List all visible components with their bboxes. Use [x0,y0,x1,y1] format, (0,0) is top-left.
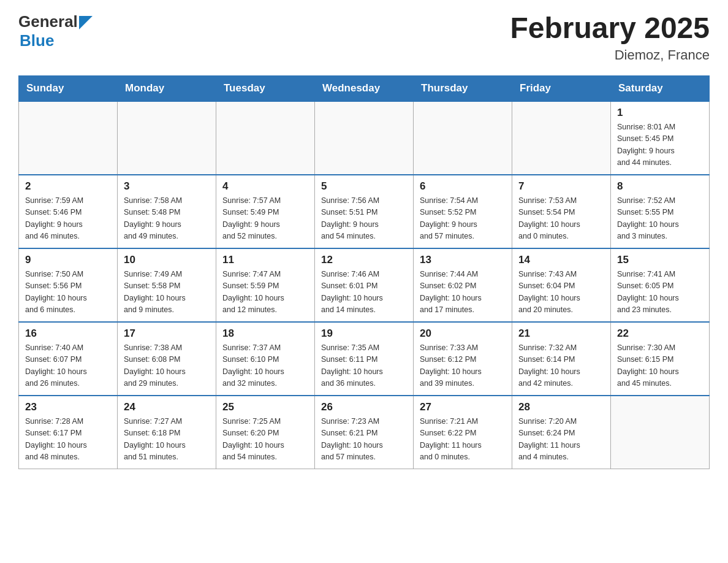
calendar-cell: 13Sunrise: 7:44 AMSunset: 6:02 PMDayligh… [414,248,512,322]
day-number: 19 [321,327,407,340]
day-info: Sunrise: 7:57 AMSunset: 5:49 PMDaylight:… [222,195,308,243]
day-number: 13 [420,254,506,266]
calendar-cell: 25Sunrise: 7:25 AMSunset: 6:20 PMDayligh… [216,396,315,469]
day-info: Sunrise: 7:20 AMSunset: 6:24 PMDaylight:… [518,416,604,464]
day-info: Sunrise: 7:41 AMSunset: 6:05 PMDaylight:… [617,269,703,316]
day-header-sunday: Sunday [19,75,118,101]
calendar-cell: 23Sunrise: 7:28 AMSunset: 6:17 PMDayligh… [19,396,118,469]
day-number: 5 [321,180,407,193]
calendar-cell: 5Sunrise: 7:56 AMSunset: 5:51 PMDaylight… [315,175,414,248]
day-number: 11 [222,254,308,266]
calendar-cell: 7Sunrise: 7:53 AMSunset: 5:54 PMDaylight… [512,175,611,248]
day-number: 21 [518,327,604,340]
day-number: 14 [518,254,604,266]
calendar-cell: 4Sunrise: 7:57 AMSunset: 5:49 PMDaylight… [216,175,315,248]
day-number: 7 [518,180,604,193]
calendar-cell: 14Sunrise: 7:43 AMSunset: 6:04 PMDayligh… [512,248,611,322]
calendar-cell: 27Sunrise: 7:21 AMSunset: 6:22 PMDayligh… [414,396,512,469]
calendar-cell [512,101,611,175]
day-info: Sunrise: 7:56 AMSunset: 5:51 PMDaylight:… [321,195,407,243]
calendar-cell: 1Sunrise: 8:01 AMSunset: 5:45 PMDaylight… [611,101,710,175]
calendar-cell: 24Sunrise: 7:27 AMSunset: 6:18 PMDayligh… [118,396,216,469]
calendar-cell: 15Sunrise: 7:41 AMSunset: 6:05 PMDayligh… [611,248,710,322]
day-number: 24 [124,401,210,413]
week-row-4: 16Sunrise: 7:40 AMSunset: 6:07 PMDayligh… [19,322,710,396]
calendar-cell: 3Sunrise: 7:58 AMSunset: 5:48 PMDaylight… [118,175,216,248]
day-info: Sunrise: 7:53 AMSunset: 5:54 PMDaylight:… [518,195,604,243]
day-info: Sunrise: 7:43 AMSunset: 6:04 PMDaylight:… [518,269,604,316]
day-number: 22 [617,327,703,340]
calendar-cell: 19Sunrise: 7:35 AMSunset: 6:11 PMDayligh… [315,322,414,396]
day-number: 18 [222,327,308,340]
calendar-cell: 8Sunrise: 7:52 AMSunset: 5:55 PMDaylight… [611,175,710,248]
calendar-cell: 20Sunrise: 7:33 AMSunset: 6:12 PMDayligh… [414,322,512,396]
day-number: 17 [124,327,210,340]
day-info: Sunrise: 7:38 AMSunset: 6:08 PMDaylight:… [124,342,210,390]
day-info: Sunrise: 7:49 AMSunset: 5:58 PMDaylight:… [124,269,210,316]
week-row-1: 1Sunrise: 8:01 AMSunset: 5:45 PMDaylight… [19,101,710,175]
calendar-table: SundayMondayTuesdayWednesdayThursdayFrid… [18,75,710,470]
calendar-cell: 18Sunrise: 7:37 AMSunset: 6:10 PMDayligh… [216,322,315,396]
day-info: Sunrise: 7:32 AMSunset: 6:14 PMDaylight:… [518,342,604,390]
calendar-cell: 10Sunrise: 7:49 AMSunset: 5:58 PMDayligh… [118,248,216,322]
calendar-cell [118,101,216,175]
svg-marker-0 [79,16,93,29]
title-section: February 2025 Diemoz, France [510,12,710,63]
day-number: 23 [25,401,111,413]
logo: General Blue [18,12,93,50]
day-info: Sunrise: 7:44 AMSunset: 6:02 PMDaylight:… [420,269,506,316]
day-number: 2 [25,180,111,193]
day-number: 1 [617,107,703,119]
calendar-cell: 26Sunrise: 7:23 AMSunset: 6:21 PMDayligh… [315,396,414,469]
calendar-cell [216,101,315,175]
day-number: 10 [124,254,210,266]
day-info: Sunrise: 7:28 AMSunset: 6:17 PMDaylight:… [25,416,111,464]
logo-general: General [18,12,78,31]
day-info: Sunrise: 7:52 AMSunset: 5:55 PMDaylight:… [617,195,703,243]
day-info: Sunrise: 7:33 AMSunset: 6:12 PMDaylight:… [420,342,506,390]
calendar-cell: 22Sunrise: 7:30 AMSunset: 6:15 PMDayligh… [611,322,710,396]
logo-blue: Blue [20,31,54,50]
day-number: 20 [420,327,506,340]
calendar-cell: 21Sunrise: 7:32 AMSunset: 6:14 PMDayligh… [512,322,611,396]
calendar-cell: 6Sunrise: 7:54 AMSunset: 5:52 PMDaylight… [414,175,512,248]
day-info: Sunrise: 7:23 AMSunset: 6:21 PMDaylight:… [321,416,407,464]
day-number: 25 [222,401,308,413]
calendar-cell: 16Sunrise: 7:40 AMSunset: 6:07 PMDayligh… [19,322,118,396]
day-header-thursday: Thursday [414,75,512,101]
page-header: General Blue February 2025 Diemoz, Franc… [18,12,710,63]
day-header-friday: Friday [512,75,611,101]
week-row-2: 2Sunrise: 7:59 AMSunset: 5:46 PMDaylight… [19,175,710,248]
calendar-cell: 9Sunrise: 7:50 AMSunset: 5:56 PMDaylight… [19,248,118,322]
day-info: Sunrise: 7:50 AMSunset: 5:56 PMDaylight:… [25,269,111,316]
day-info: Sunrise: 7:35 AMSunset: 6:11 PMDaylight:… [321,342,407,390]
calendar-header-row: SundayMondayTuesdayWednesdayThursdayFrid… [19,75,710,101]
calendar-cell: 2Sunrise: 7:59 AMSunset: 5:46 PMDaylight… [19,175,118,248]
logo-triangle-icon [79,16,93,29]
calendar-cell: 17Sunrise: 7:38 AMSunset: 6:08 PMDayligh… [118,322,216,396]
day-number: 3 [124,180,210,193]
day-number: 6 [420,180,506,193]
day-info: Sunrise: 7:21 AMSunset: 6:22 PMDaylight:… [420,416,506,464]
day-header-wednesday: Wednesday [315,75,414,101]
day-header-saturday: Saturday [611,75,710,101]
calendar-cell [414,101,512,175]
day-number: 28 [518,401,604,413]
week-row-5: 23Sunrise: 7:28 AMSunset: 6:17 PMDayligh… [19,396,710,469]
day-info: Sunrise: 7:47 AMSunset: 5:59 PMDaylight:… [222,269,308,316]
day-info: Sunrise: 7:54 AMSunset: 5:52 PMDaylight:… [420,195,506,243]
calendar-title: February 2025 [510,12,710,45]
day-info: Sunrise: 7:46 AMSunset: 6:01 PMDaylight:… [321,269,407,316]
day-info: Sunrise: 7:30 AMSunset: 6:15 PMDaylight:… [617,342,703,390]
day-info: Sunrise: 7:25 AMSunset: 6:20 PMDaylight:… [222,416,308,464]
calendar-cell [611,396,710,469]
day-info: Sunrise: 7:40 AMSunset: 6:07 PMDaylight:… [25,342,111,390]
day-header-monday: Monday [118,75,216,101]
calendar-subtitle: Diemoz, France [510,47,710,63]
day-number: 26 [321,401,407,413]
day-number: 12 [321,254,407,266]
day-number: 8 [617,180,703,193]
calendar-cell [19,101,118,175]
day-info: Sunrise: 7:37 AMSunset: 6:10 PMDaylight:… [222,342,308,390]
day-number: 16 [25,327,111,340]
